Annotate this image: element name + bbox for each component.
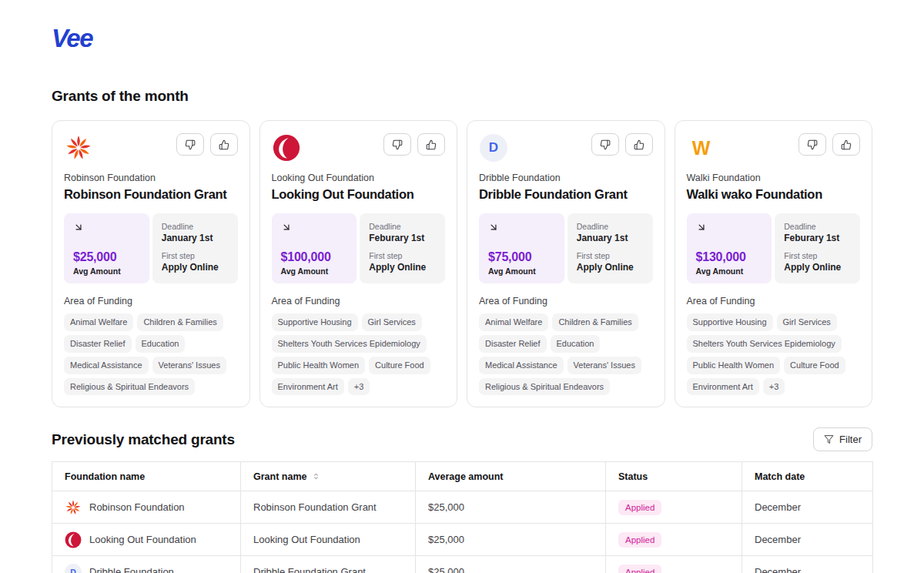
avg-amount-box: $75,000 Avg Amount xyxy=(479,213,564,283)
first-step-value: Apply Online xyxy=(369,262,436,273)
matched-grants-table: Foundation name Grant name Average amoun… xyxy=(52,461,873,573)
grant-stats: $130,000 Avg Amount Deadline Feburary 1s… xyxy=(687,213,861,283)
thumbs-down-button[interactable] xyxy=(591,133,619,156)
arrow-down-right-icon xyxy=(73,222,84,233)
avg-amount-box: $130,000 Avg Amount xyxy=(687,213,772,283)
thumbs-down-button[interactable] xyxy=(176,133,204,156)
first-step-label: First step xyxy=(369,251,436,260)
col-status: Status xyxy=(606,462,742,491)
grant-title: Looking Out Foundation xyxy=(272,187,446,202)
deadline-label: Deadline xyxy=(784,222,851,231)
thumbs-down-button[interactable] xyxy=(798,133,826,156)
thumbs-up-button[interactable] xyxy=(625,133,653,156)
row-foundation-name: Looking Out Foundation xyxy=(89,534,196,545)
funding-tag: Culture Food xyxy=(369,357,430,374)
grant-stats: $25,000 Avg Amount Deadline January 1st … xyxy=(64,213,238,283)
filter-funnel-icon xyxy=(824,434,834,444)
deadline-label: Deadline xyxy=(162,222,229,231)
col-average-amount: Average amount xyxy=(416,462,606,491)
avg-amount-box: $100,000 Avg Amount xyxy=(272,213,357,283)
funding-tag: Public Health Women xyxy=(687,357,781,374)
foundation-name: Dribble Foundation xyxy=(479,173,653,183)
grant-card-robinson: Robinson Foundation Robinson Foundation … xyxy=(52,120,250,407)
grant-cards: Robinson Foundation Robinson Foundation … xyxy=(52,120,872,407)
walki-logo-letter: W xyxy=(692,137,711,159)
funding-tag: Religious & Spiritual Endeavors xyxy=(64,378,195,396)
row-grant-name: Robinson Foundation Grant xyxy=(241,491,416,524)
grant-stats: $100,000 Avg Amount Deadline Feburary 1s… xyxy=(272,213,446,283)
thumbs-up-icon xyxy=(634,139,644,150)
grant-card-dribble: D Dribble Foundation Dribble Foundation … xyxy=(467,120,665,407)
thumbs-down-icon xyxy=(185,139,196,150)
funding-tag: Veterans' Issues xyxy=(152,357,226,374)
deadline-label: Deadline xyxy=(577,222,644,231)
area-of-funding-label: Area of Funding xyxy=(479,296,653,307)
funding-tag: Environment Art xyxy=(687,378,759,396)
funding-tag: Children & Families xyxy=(552,313,638,331)
avg-amount-value: $75,000 xyxy=(488,250,531,264)
col-match-date: Match date xyxy=(742,462,873,491)
funding-tag: Religious & Spiritual Endeavors xyxy=(479,378,610,396)
filter-button[interactable]: Filter xyxy=(813,427,872,451)
row-grant-name: Dribble Foundation Grant xyxy=(241,556,416,573)
thumbs-up-button[interactable] xyxy=(832,133,860,156)
deadline-box: Deadline Feburary 1st First step Apply O… xyxy=(360,213,445,283)
robinson-foundation-logo-icon xyxy=(64,133,93,163)
arrow-down-right-icon xyxy=(488,222,499,233)
table-row-robinson[interactable]: Robinson Foundation Robinson Foundation … xyxy=(52,491,873,524)
dribble-foundation-logo-icon: D xyxy=(65,564,82,573)
dribble-logo-letter: D xyxy=(489,140,498,156)
funding-tag: Education xyxy=(136,335,186,353)
sort-icon[interactable] xyxy=(312,472,320,481)
previously-matched-title: Previously matched grants xyxy=(52,431,235,448)
row-grant-name: Looking Out Foundation xyxy=(241,524,416,556)
table-row-looking-out[interactable]: Looking Out Foundation Looking Out Found… xyxy=(52,524,873,556)
brand-header: Vee xyxy=(52,22,872,55)
first-step-value: Apply Online xyxy=(162,262,229,273)
thumbs-down-button[interactable] xyxy=(383,133,411,156)
card-header: W xyxy=(687,133,861,163)
col-match-date-label: Match date xyxy=(755,471,805,482)
dribble-logo-letter: D xyxy=(70,568,76,573)
funding-tag: Medical Assistance xyxy=(64,357,149,374)
filter-button-label: Filter xyxy=(839,434,862,445)
deadline-box: Deadline January 1st First step Apply On… xyxy=(152,213,238,283)
card-header xyxy=(64,133,238,163)
funding-tag: Animal Welfare xyxy=(479,313,548,331)
funding-tag: Supportive Housing xyxy=(687,313,773,331)
funding-tag: Public Health Women xyxy=(272,357,366,374)
table-row-dribble[interactable]: D Dribble Foundation Dribble Foundation … xyxy=(52,556,873,573)
funding-tags: Supportive HousingGirl ServicesShelters … xyxy=(272,313,446,395)
row-foundation-name: Robinson Foundation xyxy=(89,501,185,513)
area-of-funding-label: Area of Funding xyxy=(64,296,238,307)
thumbs-up-button[interactable] xyxy=(210,133,238,156)
grants-of-month-title: Grants of the month xyxy=(52,88,872,105)
col-foundation-name-label: Foundation name xyxy=(65,471,145,482)
looking-out-foundation-logo-icon xyxy=(272,133,301,163)
status-badge: Applied xyxy=(618,500,661,515)
deadline-value: January 1st xyxy=(162,233,229,243)
table-header-row: Foundation name Grant name Average amoun… xyxy=(52,462,873,491)
funding-tag: Education xyxy=(551,335,601,353)
grant-card-walki: W Walki Foundation Walki wako Foundation… xyxy=(675,120,873,407)
funding-tags: Animal WelfareChildren & FamiliesDisaste… xyxy=(64,313,238,395)
status-badge: Applied xyxy=(618,565,661,573)
funding-tags: Animal WelfareChildren & FamiliesDisaste… xyxy=(479,313,653,395)
avg-amount-value: $25,000 xyxy=(73,250,116,264)
thumbs-down-icon xyxy=(392,139,403,150)
avg-amount-value: $100,000 xyxy=(281,250,331,264)
area-of-funding-label: Area of Funding xyxy=(272,296,446,307)
first-step-value: Apply Online xyxy=(577,262,644,273)
first-step-label: First step xyxy=(162,251,229,260)
card-header xyxy=(272,133,446,163)
funding-tag: Shelters Youth Services Epidemiology xyxy=(687,335,842,353)
walki-foundation-logo-icon: W xyxy=(687,133,716,163)
row-average-amount: $25,000 xyxy=(416,524,606,556)
area-of-funding-label: Area of Funding xyxy=(687,296,861,307)
deadline-label: Deadline xyxy=(369,222,436,231)
status-badge: Applied xyxy=(618,532,661,548)
thumbs-up-button[interactable] xyxy=(417,133,445,156)
thumbs-up-icon xyxy=(426,139,437,150)
arrow-down-right-icon xyxy=(281,222,292,233)
vote-buttons xyxy=(798,133,860,156)
